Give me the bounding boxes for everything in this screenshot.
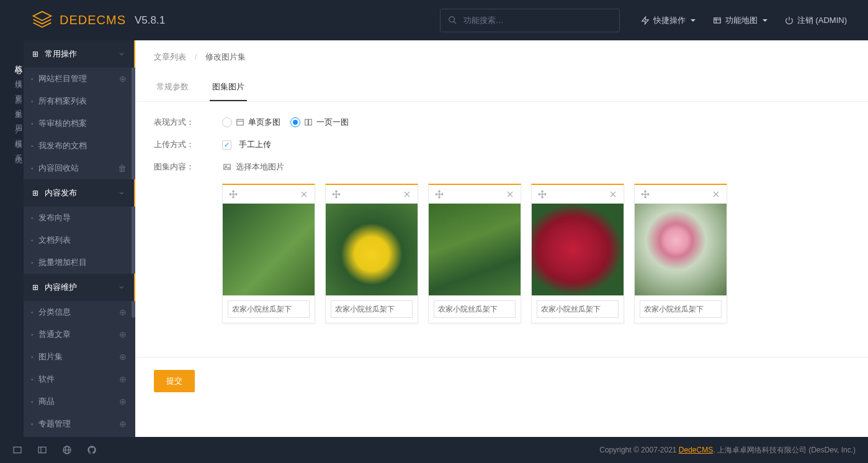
sidebar-item-pending[interactable]: 等审核的档案 bbox=[24, 112, 135, 135]
svg-rect-24 bbox=[14, 447, 21, 452]
svg-rect-4 bbox=[714, 17, 721, 22]
label-gallery-content: 图集内容： bbox=[154, 161, 222, 173]
move-icon[interactable] bbox=[435, 190, 444, 199]
rail-item-core[interactable]: 核心 bbox=[0, 53, 24, 68]
thumbnail[interactable] bbox=[429, 204, 521, 295]
thumbnail[interactable] bbox=[532, 204, 624, 295]
sidebar-item-recycle[interactable]: 内容回收站🗑 bbox=[24, 157, 135, 179]
submit-button[interactable]: 提交 bbox=[154, 370, 195, 392]
svg-marker-3 bbox=[642, 17, 649, 24]
search-input[interactable] bbox=[463, 16, 612, 25]
move-icon[interactable] bbox=[229, 190, 238, 199]
gallery-card bbox=[531, 184, 624, 323]
caption-input[interactable] bbox=[434, 300, 516, 318]
plus-icon[interactable]: ⊕ bbox=[119, 330, 127, 339]
plus-icon[interactable]: ⊕ bbox=[119, 74, 127, 84]
logo-icon bbox=[31, 9, 53, 32]
grid-icon: ⊞ bbox=[32, 189, 38, 197]
breadcrumb-link[interactable]: 文章列表 bbox=[154, 52, 186, 61]
tab-general[interactable]: 常规参数 bbox=[154, 74, 191, 101]
plus-icon[interactable]: ⊕ bbox=[119, 419, 127, 429]
rail-item-system[interactable]: 系统 bbox=[0, 142, 24, 157]
sidebar: ⊞ 常用操作 网站栏目管理⊕ 所有档案列表 等审核的档案 我发布的文档 内容回收… bbox=[24, 40, 135, 437]
radio-icon bbox=[222, 117, 232, 127]
svg-rect-8 bbox=[237, 119, 244, 125]
caption-input[interactable] bbox=[640, 300, 722, 318]
plus-icon[interactable]: ⊕ bbox=[119, 374, 127, 384]
sidebar-item-gallery[interactable]: 图片集⊕ bbox=[24, 346, 135, 368]
globe-icon[interactable] bbox=[62, 445, 72, 455]
label-display-mode: 表现方式： bbox=[154, 117, 222, 128]
sidebar-item-publish-wizard[interactable]: 发布向导 bbox=[24, 207, 135, 229]
close-icon[interactable] bbox=[300, 190, 308, 199]
func-map-button[interactable]: 功能地图 bbox=[704, 0, 776, 40]
move-icon[interactable] bbox=[538, 190, 547, 199]
caption-input[interactable] bbox=[537, 300, 619, 318]
panel-icon[interactable] bbox=[37, 445, 47, 455]
header: DEDECMS V5.8.1 快捷操作 功能地图 注销 (ADMIN) bbox=[0, 0, 868, 40]
menu-group-common[interactable]: ⊞ 常用操作 bbox=[24, 40, 135, 68]
thumbnail[interactable] bbox=[326, 204, 418, 295]
logo[interactable]: DEDECMS V5.8.1 bbox=[31, 9, 165, 32]
image-icon bbox=[222, 163, 232, 171]
sidebar-item-special[interactable]: 专题管理⊕ bbox=[24, 413, 135, 435]
map-icon bbox=[713, 16, 722, 25]
sidebar-item-article[interactable]: 普通文章⊕ bbox=[24, 323, 135, 346]
breadcrumb: 文章列表 / 修改图片集 bbox=[135, 40, 868, 74]
svg-rect-10 bbox=[305, 119, 308, 125]
sidebar-item-batch-column[interactable]: 批量增加栏目 bbox=[24, 251, 135, 274]
sidebar-item-software[interactable]: 软件⊕ bbox=[24, 368, 135, 390]
brand-text: DEDECMS bbox=[60, 13, 126, 27]
github-icon[interactable] bbox=[87, 445, 97, 455]
menu-group-publish[interactable]: ⊞ 内容发布 bbox=[24, 179, 135, 207]
sidebar-item-column-manage[interactable]: 网站栏目管理⊕ bbox=[24, 68, 135, 90]
rail-item-collect[interactable]: 采集 bbox=[0, 97, 24, 112]
trash-icon[interactable]: 🗑 bbox=[118, 163, 127, 173]
move-icon[interactable] bbox=[641, 190, 650, 199]
search-box[interactable] bbox=[440, 9, 620, 32]
close-icon[interactable] bbox=[609, 190, 617, 199]
thumbnail[interactable] bbox=[223, 204, 315, 295]
rail-item-module[interactable]: 模块 bbox=[0, 68, 24, 83]
close-icon[interactable] bbox=[712, 190, 720, 199]
sidebar-sub-attachment[interactable]: ⊞ 附件管理 bbox=[24, 435, 135, 437]
sidebar-item-doc-list[interactable]: 文档列表 bbox=[24, 229, 135, 251]
sidebar-item-category-info[interactable]: 分类信息⊕ bbox=[24, 301, 135, 323]
plus-icon[interactable]: ⊕ bbox=[119, 397, 127, 407]
radio-single-page[interactable]: 单页多图 bbox=[222, 117, 280, 128]
plus-icon[interactable]: ⊕ bbox=[119, 307, 127, 317]
quick-ops-button[interactable]: 快捷操作 bbox=[632, 0, 704, 40]
gallery-card bbox=[428, 184, 521, 323]
rail-item-user[interactable]: 用户 bbox=[0, 112, 24, 127]
footer: Copyright © 2007-2021 DedeCMS. 上海卓卓网络科技有… bbox=[0, 437, 868, 463]
main-content: 文章列表 / 修改图片集 常规参数 图集图片 表现方式： 单页多图 bbox=[135, 40, 868, 437]
radio-one-page[interactable]: 一页一图 bbox=[290, 117, 349, 128]
tab-gallery[interactable]: 图集图片 bbox=[210, 74, 247, 101]
layout-single-icon bbox=[304, 118, 313, 127]
sidebar-item-product[interactable]: 商品⊕ bbox=[24, 390, 135, 413]
label-upload-mode: 上传方式： bbox=[154, 139, 222, 150]
version-text: V5.8.1 bbox=[135, 14, 165, 27]
thumbnail[interactable] bbox=[635, 204, 727, 295]
close-icon[interactable] bbox=[506, 190, 514, 199]
tabs: 常规参数 图集图片 bbox=[135, 74, 868, 102]
caption-input[interactable] bbox=[228, 300, 310, 318]
rail-item-template[interactable]: 模板 bbox=[0, 127, 24, 142]
caption-input[interactable] bbox=[331, 300, 413, 318]
plus-icon[interactable]: ⊕ bbox=[119, 352, 127, 362]
move-icon[interactable] bbox=[332, 190, 341, 199]
rail-item-update[interactable]: 更新 bbox=[0, 83, 24, 97]
close-icon[interactable] bbox=[403, 190, 411, 199]
sidebar-item-my-posts[interactable]: 我发布的文档 bbox=[24, 135, 135, 157]
dedecms-link[interactable]: DedeCMS bbox=[679, 446, 713, 454]
layout-multi-icon bbox=[236, 118, 244, 127]
svg-rect-11 bbox=[309, 119, 312, 125]
checkbox-icon: ✓ bbox=[222, 140, 231, 150]
menu-group-maintain[interactable]: ⊞ 内容维护 bbox=[24, 274, 135, 301]
sidebar-item-all-archives[interactable]: 所有档案列表 bbox=[24, 90, 135, 112]
checkbox-manual[interactable]: ✓ 手工上传 bbox=[222, 139, 271, 150]
choose-local-button[interactable]: 选择本地图片 bbox=[222, 161, 284, 173]
chevron-down-icon bbox=[118, 284, 125, 291]
window-icon[interactable] bbox=[12, 445, 22, 455]
logout-button[interactable]: 注销 (ADMIN) bbox=[776, 0, 856, 40]
